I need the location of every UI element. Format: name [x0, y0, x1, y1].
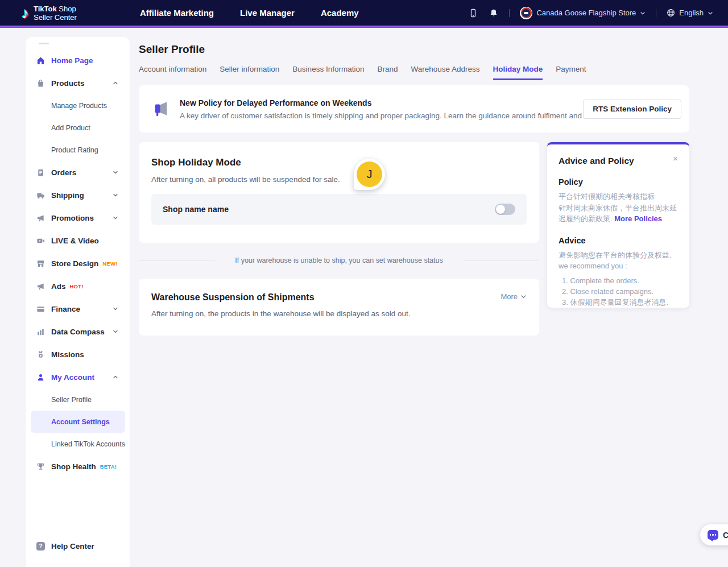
menu-affiliate-marketing[interactable]: Affiliate Marketing — [140, 8, 214, 18]
banner-texts: New Policy for Delayed Performance on We… — [180, 98, 583, 120]
sidebar-item-orders[interactable]: Orders — [26, 161, 130, 184]
beta-badge: BETA! — [100, 463, 117, 470]
collaborator-avatar: J — [357, 162, 382, 187]
sidebar-item-data-compass[interactable]: Data Compass — [26, 320, 130, 343]
sidebar-label: LIVE & Video — [51, 237, 99, 245]
tiktok-shop-logo[interactable]: ♪ TikTok Shop Seller Center — [0, 5, 136, 22]
sidebar-label: My Account — [51, 373, 94, 382]
chevron-down-icon — [640, 10, 646, 16]
bell-icon[interactable] — [489, 8, 499, 18]
sidebar-label: Products — [51, 79, 85, 88]
advice-and-policy-panel: Advice and Policy × Policy 平台针对假期的相关考核指标… — [547, 142, 689, 308]
chevron-down-icon — [113, 215, 118, 221]
warehouse-suspension-card: Warehouse Suspension of Shipments More A… — [139, 279, 539, 336]
sidebar-item-shop-health[interactable]: Shop Health BETA! — [26, 455, 130, 478]
home-icon — [36, 56, 45, 65]
rts-extension-policy-button[interactable]: RTS Extension Policy — [583, 100, 681, 119]
tab-business-information[interactable]: Business Information — [292, 65, 364, 80]
sidebar-item-promotions[interactable]: Promotions — [26, 206, 130, 229]
warehouse-hint-divider: If your warehouse is unable to ship, you… — [139, 256, 539, 265]
bag-icon — [36, 79, 45, 88]
sidebar-item-help-center[interactable]: ? Help Center — [26, 534, 130, 567]
more-policies-link[interactable]: More Policies — [614, 214, 662, 223]
truck-icon — [36, 191, 45, 200]
warehouse-card-description: After turning on, the products in the wa… — [151, 309, 527, 318]
warehouse-card-header: Warehouse Suspension of Shipments More — [151, 292, 527, 303]
sidebar-item-finance[interactable]: Finance — [26, 297, 130, 320]
logo-shop: Shop — [59, 5, 76, 13]
more-label: More — [500, 292, 518, 301]
sidebar-item-manage-products[interactable]: Manage Products — [26, 94, 130, 117]
sidebar-item-account-settings[interactable]: Account Settings — [31, 411, 125, 433]
logo-brand: TikTok — [34, 5, 57, 13]
chevron-down-icon — [113, 192, 118, 198]
tab-seller-information[interactable]: Seller information — [220, 65, 279, 80]
tab-payment[interactable]: Payment — [556, 65, 586, 80]
tiktok-note-icon: ♪ — [22, 6, 29, 20]
sidebar-item-live-video[interactable]: LIVE & Video — [26, 229, 130, 252]
more-dropdown[interactable]: More — [500, 292, 527, 301]
tab-holiday-mode[interactable]: Holiday Mode — [493, 65, 543, 80]
announcement-banner: New Policy for Delayed Performance on We… — [139, 85, 689, 133]
sidebar-item-seller-profile[interactable]: Seller Profile — [26, 388, 130, 411]
divider — [509, 9, 510, 17]
tab-warehouse-address[interactable]: Warehouse Address — [411, 65, 479, 80]
sidebar-item-store-design[interactable]: Store Design NEW! — [26, 252, 130, 275]
top-navbar: ♪ TikTok Shop Seller Center Affiliate Ma… — [0, 0, 728, 26]
sidebar-sub-label: Manage Products — [51, 102, 107, 110]
scroll-dash — [39, 43, 49, 44]
megaphone-icon — [36, 214, 45, 222]
language-label: English — [679, 9, 704, 17]
sidebar-item-missions[interactable]: Missions — [26, 343, 130, 366]
page-title: Seller Profile — [139, 43, 205, 56]
sidebar-item-product-rating[interactable]: Product Rating — [26, 139, 130, 161]
chevron-down-icon — [113, 329, 118, 334]
storefront-icon — [36, 259, 45, 268]
sidebar-item-my-account[interactable]: My Account — [26, 366, 130, 388]
sidebar-item-ads[interactable]: Ads HOT! — [26, 275, 130, 297]
sidebar-item-shipping[interactable]: Shipping — [26, 184, 130, 206]
policy-heading: Policy — [559, 177, 678, 187]
holiday-mode-toggle[interactable] — [495, 204, 515, 215]
sidebar-item-add-product[interactable]: Add Product — [26, 117, 130, 139]
medal-icon — [36, 350, 45, 359]
accent-line — [0, 26, 728, 28]
store-selector[interactable]: Canada Goose Flagship Store — [520, 7, 646, 19]
shop-holiday-mode-card: Shop Holiday Mode After turning on, all … — [139, 142, 539, 243]
tab-account-information[interactable]: Account information — [139, 65, 206, 80]
warehouse-card-title: Warehouse Suspension of Shipments — [151, 292, 315, 303]
logo-text: TikTok Shop Seller Center — [34, 5, 77, 22]
language-selector[interactable]: English — [667, 9, 713, 17]
tabs-bar: Account information Seller information B… — [139, 65, 586, 80]
megaphone-icon — [36, 282, 45, 291]
close-icon[interactable]: × — [673, 155, 678, 163]
hot-badge: HOT! — [70, 283, 84, 289]
sidebar-item-linked-tiktok-accounts[interactable]: Linked TikTok Accounts — [26, 433, 130, 455]
person-icon — [36, 373, 45, 382]
advice-list-item: 3. 休假期间尽量回复消息者消息. — [562, 297, 678, 308]
sidebar-sub-label: Seller Profile — [51, 396, 92, 404]
sidebar-sub-label: Linked TikTok Accounts — [51, 440, 125, 448]
new-badge: NEW! — [102, 260, 117, 267]
chat-button[interactable]: Chat — [700, 524, 728, 545]
banner-description: A key driver of customer satisfaction is… — [180, 111, 583, 120]
mobile-icon[interactable] — [468, 8, 478, 18]
sidebar: Home Page Products Manage Products Add P… — [26, 37, 130, 567]
shop-name-label: Shop name name — [163, 205, 229, 214]
sidebar-sub-label: Add Product — [51, 124, 90, 132]
sidebar-item-products[interactable]: Products — [26, 72, 130, 94]
chevron-down-icon — [113, 169, 118, 175]
advice-panel-header: Advice and Policy × — [559, 156, 678, 166]
tab-brand[interactable]: Brand — [377, 65, 398, 80]
chevron-down-icon — [708, 10, 713, 16]
document-icon — [36, 168, 45, 177]
sidebar-label: Orders — [51, 168, 76, 177]
sidebar-label: Finance — [51, 305, 80, 313]
divider-text: If your warehouse is unable to ship, you… — [215, 256, 463, 264]
menu-academy[interactable]: Academy — [321, 8, 359, 18]
policy-line1: 平台针对假期的相关考核指标 — [559, 192, 655, 201]
sidebar-item-home-page[interactable]: Home Page — [26, 49, 130, 72]
menu-live-manager[interactable]: Live Manager — [240, 8, 295, 18]
sidebar-sub-label: Account Settings — [51, 418, 110, 426]
trophy-icon — [36, 462, 45, 471]
